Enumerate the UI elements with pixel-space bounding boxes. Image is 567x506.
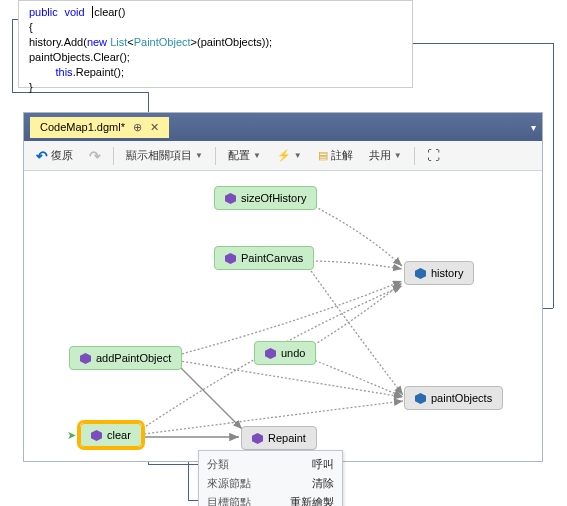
connector [413,43,553,44]
tooltip-key: 目標節點 [207,495,251,506]
field-icon [415,268,426,279]
code-editor[interactable]: public void clear() { history.Add(new Li… [18,0,413,88]
method-icon [252,433,263,444]
separator [414,147,415,165]
keyword-public: public [29,6,58,18]
separator [215,147,216,165]
node-paintcanvas[interactable]: PaintCanvas [214,246,314,270]
method-name: clear() [94,6,125,18]
node-undo[interactable]: undo [254,341,316,365]
graph-canvas[interactable]: sizeOfHistory PaintCanvas addPaintObject… [24,171,542,461]
code-line: paintObjects.Clear(); [29,51,130,63]
layout-button[interactable]: 配置▼ [222,145,267,166]
close-icon[interactable]: ✕ [150,121,159,134]
tooltip-val: 重新繪製 [290,495,334,506]
graph-edges [24,171,542,461]
separator [113,147,114,165]
undo-label: 復原 [51,148,73,163]
tab-title: CodeMap1.dgml* [40,121,125,133]
chevron-down-icon: ▼ [294,151,302,160]
undo-button[interactable]: ↶復原 [30,145,79,167]
node-label: history [431,267,463,279]
tooltip-val: 呼叫 [312,457,334,472]
show-related-button[interactable]: 顯示相關項目▼ [120,145,209,166]
share-label: 共用 [369,148,391,163]
node-label: Repaint [268,432,306,444]
redo-icon: ↷ [89,148,101,164]
related-label: 顯示相關項目 [126,148,192,163]
tab-codemap[interactable]: CodeMap1.dgml* ⊕ ✕ [30,117,169,138]
method-icon [80,353,91,364]
node-label: sizeOfHistory [241,192,306,204]
connector [148,464,198,465]
connector [12,19,13,92]
tooltip-key: 來源節點 [207,476,251,491]
method-icon [265,348,276,359]
code-text: >(paintObjects)); [191,36,273,48]
node-label: PaintCanvas [241,252,303,264]
chevron-down-icon: ▼ [195,151,203,160]
redo-button[interactable]: ↷ [83,145,107,167]
fit-button[interactable]: ⛶ [421,145,446,166]
method-icon [91,430,102,441]
brace: { [29,21,33,33]
keyword-new: new [87,36,107,48]
keyword-void: void [64,6,84,18]
tooltip-val: 清除 [312,476,334,491]
method-icon [225,193,236,204]
window-menu-icon[interactable]: ▾ [531,122,536,133]
code-text: history.Add( [29,36,87,48]
node-clear[interactable]: ➤clear [80,423,142,447]
node-label: addPaintObject [96,352,171,364]
code-text: .Repaint(); [73,66,124,78]
chevron-down-icon: ▼ [394,151,402,160]
annotate-button[interactable]: ▤註解 [312,145,359,166]
node-label: paintObjects [431,392,492,404]
tab-strip: CodeMap1.dgml* ⊕ ✕ ▾ [24,113,542,141]
codemap-pane: CodeMap1.dgml* ⊕ ✕ ▾ ↶復原 ↷ 顯示相關項目▼ 配置▼ ⚡… [23,112,543,462]
keyword-this: this [56,66,73,78]
node-label: clear [107,429,131,441]
bolt-button[interactable]: ⚡▼ [271,146,308,165]
brace: } [29,81,33,93]
note-icon: ▤ [318,149,328,162]
entry-arrow-icon: ➤ [67,429,76,442]
chevron-down-icon: ▼ [253,151,261,160]
node-repaint[interactable]: Repaint [241,426,317,450]
node-addpaintobject[interactable]: addPaintObject [69,346,182,370]
annotate-label: 註解 [331,148,353,163]
node-history[interactable]: history [404,261,474,285]
node-sizeofhistory[interactable]: sizeOfHistory [214,186,317,210]
type-paintobject: PaintObject [134,36,191,48]
node-paintobjects[interactable]: paintObjects [404,386,503,410]
tooltip-key: 分類 [207,457,229,472]
share-button[interactable]: 共用▼ [363,145,408,166]
toolbar: ↶復原 ↷ 顯示相關項目▼ 配置▼ ⚡▼ ▤註解 共用▼ ⛶ [24,141,542,171]
layout-label: 配置 [228,148,250,163]
field-icon [415,393,426,404]
edge-tooltip: 分類呼叫 來源節點清除 目標節點重新繪製 [198,450,343,506]
pin-icon[interactable]: ⊕ [133,121,142,134]
method-icon [225,253,236,264]
undo-icon: ↶ [36,148,48,164]
bolt-icon: ⚡ [277,149,291,162]
fit-icon: ⛶ [427,148,440,163]
connector [553,43,554,308]
node-label: undo [281,347,305,359]
type-list: List [110,36,127,48]
